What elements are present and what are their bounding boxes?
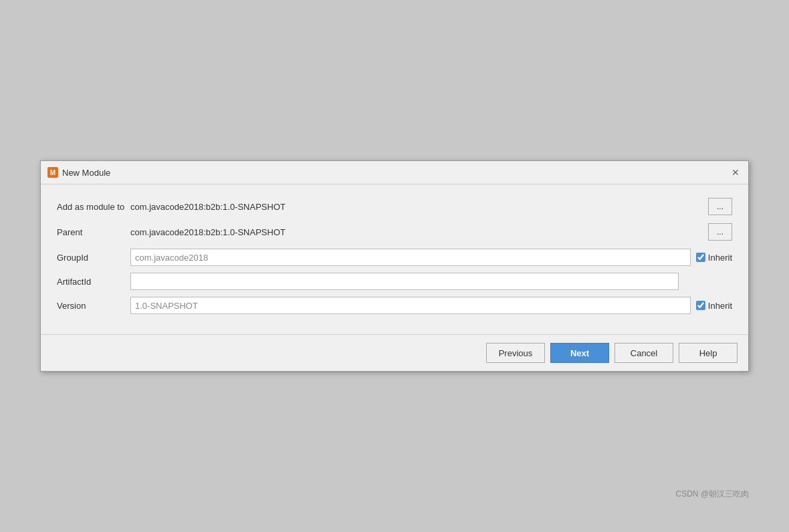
title-bar: M New Module ✕	[41, 161, 748, 184]
artifact-id-input[interactable]	[130, 273, 679, 290]
watermark: CSDN @朝汉三吃肉	[675, 489, 749, 500]
add-as-module-browse-button[interactable]: ...	[708, 198, 732, 215]
parent-value: com.javacode2018:b2b:1.0-SNAPSHOT	[130, 227, 703, 237]
dialog-title: New Module	[62, 168, 110, 178]
close-button[interactable]: ✕	[729, 166, 742, 178]
parent-row: Parent com.javacode2018:b2b:1.0-SNAPSHOT…	[57, 223, 732, 241]
add-as-module-row: Add as module to com.javacode2018:b2b:1.…	[57, 198, 732, 215]
new-module-dialog: M New Module ✕ Add as module to com.java…	[40, 160, 749, 372]
group-id-input[interactable]	[130, 249, 691, 266]
group-id-label: GroupId	[57, 253, 130, 263]
artifact-id-label: ArtifactId	[57, 277, 130, 287]
dialog-icon: M	[47, 167, 58, 178]
next-button[interactable]: Next	[550, 343, 609, 363]
group-id-inherit-label: Inherit	[696, 253, 732, 263]
version-inherit-label: Inherit	[696, 301, 732, 311]
add-as-module-label: Add as module to	[57, 202, 130, 212]
cancel-button[interactable]: Cancel	[614, 343, 673, 363]
group-id-row: GroupId Inherit	[57, 249, 732, 266]
parent-browse-button[interactable]: ...	[708, 223, 732, 241]
artifact-id-row: ArtifactId	[57, 273, 732, 290]
version-input[interactable]	[130, 297, 691, 314]
parent-label: Parent	[57, 227, 130, 237]
add-as-module-value: com.javacode2018:b2b:1.0-SNAPSHOT	[130, 202, 703, 212]
title-bar-left: M New Module	[47, 167, 110, 178]
version-row: Version Inherit	[57, 297, 732, 314]
previous-button[interactable]: Previous	[486, 343, 545, 363]
version-label: Version	[57, 301, 130, 311]
dialog-footer: Previous Next Cancel Help	[41, 334, 748, 371]
dialog-body: Add as module to com.javacode2018:b2b:1.…	[41, 184, 748, 334]
group-id-inherit-checkbox[interactable]	[696, 253, 705, 262]
version-inherit-checkbox[interactable]	[696, 301, 705, 310]
help-button[interactable]: Help	[679, 343, 738, 363]
